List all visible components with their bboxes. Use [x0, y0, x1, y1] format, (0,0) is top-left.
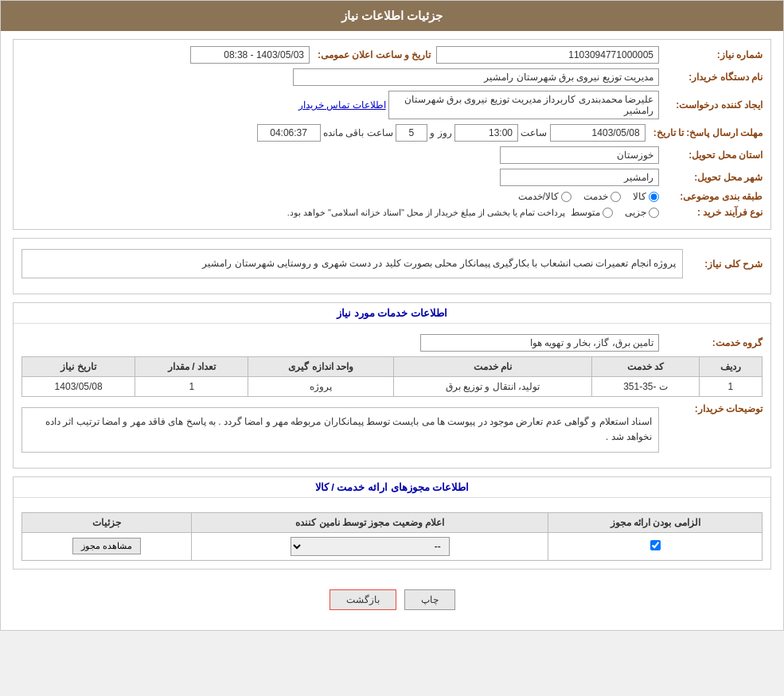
cell-unit: پروژه — [248, 377, 393, 397]
deadline-remaining: 04:06:37 — [257, 124, 321, 142]
contact-link[interactable]: اطلاعات تماس خریدار — [298, 99, 386, 111]
category-option-khedmat[interactable]: خدمت — [583, 191, 621, 202]
print-button[interactable]: چاپ — [404, 589, 455, 610]
cell-need-date: 1403/05/08 — [22, 377, 135, 397]
table-row: -- مشاهده مجوز — [22, 532, 763, 560]
need-number-row: شماره نیاز: 1103094771000005 تاریخ و ساع… — [21, 46, 763, 64]
cell-details[interactable]: مشاهده مجوز — [22, 532, 192, 560]
license-info-section: اطلاعات مجوزهای ارائه خدمت / کالا الزامی… — [13, 476, 771, 570]
province-label: استان محل تحویل: — [659, 150, 763, 161]
table-row: 1 ت -35-351 تولید، انتقال و توزیع برق پر… — [22, 377, 763, 397]
purchase-type-row: نوع فرآیند خرید : جزیی متوسط پرداخت تمام… — [21, 207, 763, 218]
services-table: ردیف کد خدمت نام خدمت واحد اندازه گیری ت… — [21, 356, 763, 397]
col-row-num: ردیف — [699, 357, 762, 377]
button-row: چاپ بازگشت — [13, 577, 771, 622]
page-header: جزئیات اطلاعات نیاز — [1, 1, 783, 31]
back-button[interactable]: بازگشت — [330, 589, 396, 610]
service-info-title: اطلاعات خدمات مورد نیاز — [14, 303, 770, 324]
main-info-section: شماره نیاز: 1103094771000005 تاریخ و ساع… — [13, 39, 771, 230]
deadline-days-label: روز و — [430, 127, 451, 138]
buyer-notes-row: توضیحات خریدار: اسناد استعلام و گواهی عد… — [21, 403, 763, 456]
cell-service-name: تولید، انتقال و توزیع برق — [393, 377, 592, 397]
col-quantity: تعداد / مقدار — [135, 357, 248, 377]
deadline-time: 13:00 — [454, 124, 518, 142]
city-row: شهر محل تحویل: رامشیر — [21, 169, 763, 186]
service-info-section: اطلاعات خدمات مورد نیاز گروه خدمت: تامین… — [13, 302, 771, 468]
purchase-type-note: پرداخت تمام یا بخشی از مبلغ خریدار از مح… — [287, 208, 566, 218]
category-row: طبقه بندی موضوعی: کالا خدمت کالا/خدمت — [21, 191, 763, 202]
province-value: خوزستان — [500, 146, 659, 164]
deadline-row: مهلت ارسال پاسخ: تا تاریخ: 1403/05/08 سا… — [21, 124, 763, 142]
general-description-section: شرح کلی نیاز: پروژه انجام تعمیرات نصب ان… — [13, 238, 771, 294]
deadline-time-label: ساعت — [521, 127, 547, 138]
city-value: رامشیر — [500, 169, 659, 186]
cell-quantity: 1 — [135, 377, 248, 397]
cell-required — [548, 532, 763, 560]
service-group-row: گروه خدمت: تامین برق، گاز، بخار و تهویه … — [21, 334, 763, 352]
cell-status[interactable]: -- — [191, 532, 548, 560]
deadline-date: 1403/05/08 — [550, 124, 646, 142]
buyer-name-value: مدیریت توزیع نیروی برق شهرستان رامشیر — [293, 68, 659, 86]
col-service-code: کد خدمت — [592, 357, 699, 377]
license-table: الزامی بودن ارائه مجوز اعلام وضعیت مجوز … — [21, 512, 763, 561]
requester-label: ایجاد کننده درخواست: — [659, 99, 763, 111]
buyer-notes-text: اسناد استعلام و گواهی عدم تعارض موجود در… — [21, 407, 659, 452]
announce-datetime-value: 1403/05/03 - 08:38 — [190, 46, 310, 64]
description-text: پروژه انجام تعمیرات نصب انشعاب با بکارگی… — [21, 249, 683, 278]
description-label: شرح کلی نیاز: — [683, 259, 763, 270]
requester-value: علیرضا محمدبندری کاربرداز مدیریت توزیع ن… — [388, 91, 659, 119]
col-need-date: تاریخ نیاز — [22, 357, 135, 377]
buyer-name-label: نام دستگاه خریدار: — [659, 72, 763, 83]
requester-row: ایجاد کننده درخواست: علیرضا محمدبندری کا… — [21, 91, 763, 119]
col-status: اعلام وضعیت مجوز توسط نامین کننده — [191, 512, 548, 532]
buyer-name-row: نام دستگاه خریدار: مدیریت توزیع نیروی بر… — [21, 68, 763, 86]
announce-datetime-label: تاریخ و ساعت اعلان عمومی: — [310, 49, 431, 60]
need-number-value: 1103094771000005 — [436, 46, 659, 64]
license-info-title: اطلاعات مجوزهای ارائه خدمت / کالا — [14, 477, 770, 498]
purchase-type-radio-group: جزیی متوسط — [571, 207, 659, 218]
view-license-button[interactable]: مشاهده مجوز — [72, 538, 141, 554]
service-group-label: گروه خدمت: — [659, 337, 763, 348]
need-number-label: شماره نیاز: — [659, 49, 763, 60]
deadline-days: 5 — [396, 124, 427, 142]
buyer-notes-label: توضیحات خریدار: — [659, 403, 763, 414]
deadline-remaining-label: ساعت باقی مانده — [323, 127, 393, 138]
purchase-type-option-motavasset[interactable]: متوسط — [571, 207, 613, 218]
cell-service-code: ت -35-351 — [592, 377, 699, 397]
category-option-kala-khedmat[interactable]: کالا/خدمت — [518, 191, 571, 202]
col-service-name: نام خدمت — [393, 357, 592, 377]
category-radio-group: کالا خدمت کالا/خدمت — [518, 191, 659, 202]
service-group-value: تامین برق، گاز، بخار و تهویه هوا — [420, 334, 659, 352]
cell-row-num: 1 — [699, 377, 762, 397]
province-row: استان محل تحویل: خوزستان — [21, 146, 763, 164]
category-option-kala[interactable]: کالا — [633, 191, 659, 202]
category-label: طبقه بندی موضوعی: — [659, 191, 763, 202]
col-details: جزئیات — [22, 512, 192, 532]
purchase-type-option-jozii[interactable]: جزیی — [625, 207, 659, 218]
purchase-type-label: نوع فرآیند خرید : — [659, 207, 763, 218]
col-required: الزامی بودن ارائه مجوز — [548, 512, 763, 532]
deadline-label: مهلت ارسال پاسخ: تا تاریخ: — [646, 127, 763, 138]
city-label: شهر محل تحویل: — [659, 172, 763, 183]
description-row: شرح کلی نیاز: پروژه انجام تعمیرات نصب ان… — [21, 245, 763, 282]
col-unit: واحد اندازه گیری — [248, 357, 393, 377]
